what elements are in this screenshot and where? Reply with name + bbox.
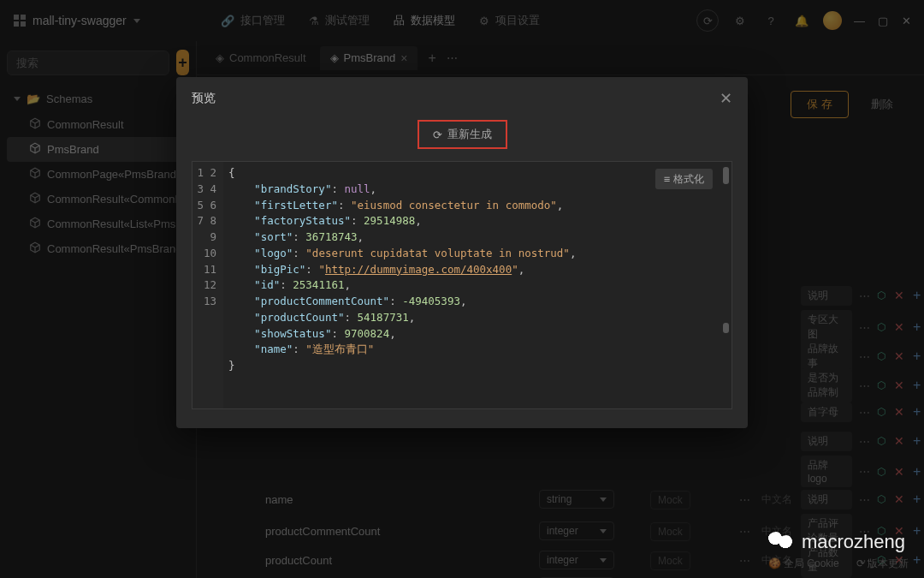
modal-title: 预览 — [192, 91, 216, 106]
line-gutter: 1 2 3 4 5 6 7 8 9 10 11 12 13 — [192, 162, 223, 408]
button-label: 重新生成 — [447, 127, 492, 142]
format-icon: ≡ — [664, 171, 670, 187]
preview-modal: 预览 ✕ ⟳ 重新生成 1 2 3 4 5 6 7 8 9 10 11 12 1… — [176, 77, 748, 428]
wechat-icon — [767, 530, 797, 554]
scrollbar-thumb[interactable] — [723, 167, 729, 184]
watermark: macrozheng — [767, 530, 905, 554]
scrollbar-thumb[interactable] — [723, 323, 729, 333]
modal-overlay: 预览 ✕ ⟳ 重新生成 1 2 3 4 5 6 7 8 9 10 11 12 1… — [0, 0, 924, 578]
refresh-icon: ⟳ — [433, 128, 442, 141]
watermark-text: macrozheng — [802, 531, 905, 553]
button-label: 格式化 — [673, 171, 704, 187]
code-content: { "brandStory": null, "firstLetter": "ei… — [223, 162, 732, 408]
regenerate-button[interactable]: ⟳ 重新生成 — [418, 120, 507, 149]
format-button[interactable]: ≡ 格式化 — [655, 169, 713, 189]
code-editor[interactable]: 1 2 3 4 5 6 7 8 9 10 11 12 13 { "brandSt… — [192, 161, 732, 409]
close-icon[interactable]: ✕ — [720, 89, 732, 108]
